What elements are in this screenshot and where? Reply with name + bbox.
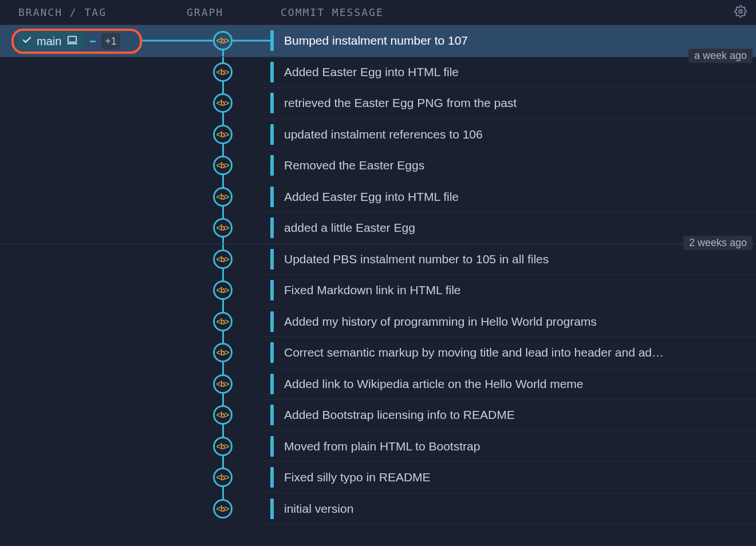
commit-message-text: Fixed silly typo in README [284, 470, 431, 484]
commit-row[interactable]: <b>retrieved the Easter Egg PNG from the… [0, 88, 756, 119]
graph-node-icon[interactable]: <b> [213, 499, 233, 519]
commit-row[interactable]: <b>Fixed silly typo in README [0, 462, 756, 493]
commit-message-text: Added Bootstrap licensing info to README [284, 408, 515, 422]
commit-row[interactable]: <b>updated instalment references to 106 [0, 119, 756, 151]
graph-node-icon[interactable]: <b> [213, 405, 233, 425]
gear-icon[interactable] [734, 5, 747, 20]
graph-node-icon[interactable]: <b> [213, 187, 233, 207]
message-cell: Added link to Wikipedia article on the H… [270, 369, 756, 400]
branch-color-bar [270, 280, 274, 300]
branch-color-bar [270, 249, 274, 270]
commit-row[interactable]: <b>Moved from plain HTML to Bootstrap [0, 431, 756, 462]
graph-node-icon[interactable]: <b> [213, 374, 233, 394]
graph-node-icon[interactable]: <b> [213, 218, 233, 238]
branch-cell [0, 57, 179, 88]
graph-cell: <b> [179, 369, 270, 400]
node-gt: > [225, 255, 229, 264]
branch-color-bar [270, 62, 274, 82]
graph-node-icon[interactable]: <b> [213, 62, 233, 82]
node-gt: > [225, 317, 229, 326]
branch-cell [0, 181, 179, 213]
graph-node-icon[interactable]: <b> [213, 468, 233, 487]
message-cell: initial version [270, 493, 756, 525]
graph-cell: <b> [179, 181, 270, 213]
commit-message-text: Removed the Easter Eggs [284, 159, 424, 172]
graph-cell: <b> [179, 337, 270, 369]
node-gt: > [225, 192, 229, 201]
commit-row[interactable]: main+1<b>Bumped instalment number to 107 [0, 25, 756, 57]
time-group-divider: 2 weeks ago [0, 244, 756, 244]
commit-message-text: retrieved the Easter Egg PNG from the pa… [284, 96, 517, 110]
commit-row[interactable]: <b>Added my history of programming in He… [0, 306, 756, 338]
commit-row[interactable]: <b>Added Easter Egg into HTML file [0, 181, 756, 213]
commit-message-text: Added Easter Egg into HTML file [284, 190, 459, 204]
header-commit-message: COMMIT MESSAGE [270, 5, 756, 20]
graph-cell: <b> [179, 399, 270, 431]
divider-line [0, 57, 756, 57]
commit-row[interactable]: <b>initial version [0, 493, 756, 525]
graph-node-icon[interactable]: <b> [213, 156, 233, 175]
commit-row[interactable]: <b>added a little Easter Egg [0, 212, 756, 244]
graph-cell: <b> [179, 119, 270, 151]
message-cell: Added Bootstrap licensing info to README [270, 399, 756, 431]
node-gt: > [225, 442, 229, 451]
message-cell: Removed the Easter Eggs [270, 150, 756, 181]
graph-cell: <b> [179, 25, 270, 57]
graph-node-icon[interactable]: <b> [213, 250, 233, 269]
commit-row[interactable]: <b>Added Easter Egg into HTML file [0, 57, 756, 88]
branch-extra-count[interactable]: +1 [101, 33, 120, 49]
commit-row[interactable]: <b>Fixed Markdown link in HTML file [0, 275, 756, 306]
branch-cell [0, 337, 179, 369]
commit-message-text: added a little Easter Egg [284, 221, 415, 235]
commit-row[interactable]: <b>Removed the Easter Eggs [0, 150, 756, 181]
branch-cell [0, 119, 179, 151]
node-gt: > [225, 348, 229, 357]
laptop-icon [66, 35, 78, 48]
message-cell: Correct semantic markup by moving title … [270, 337, 756, 369]
graph-cell: <b> [179, 212, 270, 244]
commit-row[interactable]: <b>Updated PBS instalment number to 105 … [0, 244, 756, 275]
branch-cell [0, 399, 179, 431]
graph-node-icon[interactable]: <b> [213, 437, 233, 456]
branch-cell [0, 244, 179, 275]
branch-color-bar [270, 187, 274, 207]
graph-cell: <b> [179, 150, 270, 181]
message-cell: Added my history of programming in Hello… [270, 306, 756, 338]
branch-color-bar [270, 405, 274, 425]
graph-connector-line [179, 40, 213, 42]
time-group-divider: a week ago [0, 57, 756, 57]
branch-cell [0, 150, 179, 181]
message-cell: Fixed Markdown link in HTML file [270, 275, 756, 306]
node-gt: > [225, 98, 229, 108]
branch-color-bar [270, 467, 274, 488]
pill-connector [90, 41, 96, 42]
node-gt: > [225, 504, 229, 513]
commit-row[interactable]: <b>Correct semantic markup by moving tit… [0, 337, 756, 369]
graph-node-icon[interactable]: <b> [213, 31, 233, 50]
branch-color-bar [270, 124, 274, 145]
commit-message-text: Correct semantic markup by moving title … [284, 346, 664, 359]
graph-node-icon[interactable]: <b> [213, 93, 233, 113]
commit-row[interactable]: <b>Added Bootstrap licensing info to REA… [0, 399, 756, 431]
commit-row[interactable]: <b>Added link to Wikipedia article on th… [0, 369, 756, 400]
node-gt: > [225, 286, 229, 295]
graph-node-icon[interactable]: <b> [213, 280, 233, 300]
graph-node-icon[interactable]: <b> [213, 312, 233, 331]
branch-color-bar [270, 217, 274, 238]
branch-color-bar [270, 155, 274, 176]
graph-connector-line [233, 40, 270, 42]
branch-pill-main[interactable]: main [17, 32, 84, 50]
graph-node-icon[interactable]: <b> [213, 343, 233, 362]
message-cell: updated instalment references to 106 [270, 119, 756, 151]
node-gt: > [225, 379, 229, 389]
message-cell: Bumped instalment number to 107 [270, 25, 756, 57]
header-branch-tag: BRANCH / TAG [0, 6, 179, 18]
graph-cell: <b> [179, 57, 270, 88]
branch-pill-highlight: main+1 [11, 29, 142, 54]
branch-color-bar [270, 30, 274, 51]
time-group-label: a week ago [688, 49, 753, 63]
commit-message-text: Added link to Wikipedia article on the H… [284, 377, 584, 391]
message-cell: retrieved the Easter Egg PNG from the pa… [270, 88, 756, 119]
commit-message-text: Added Easter Egg into HTML file [284, 65, 459, 79]
graph-node-icon[interactable]: <b> [213, 125, 233, 144]
